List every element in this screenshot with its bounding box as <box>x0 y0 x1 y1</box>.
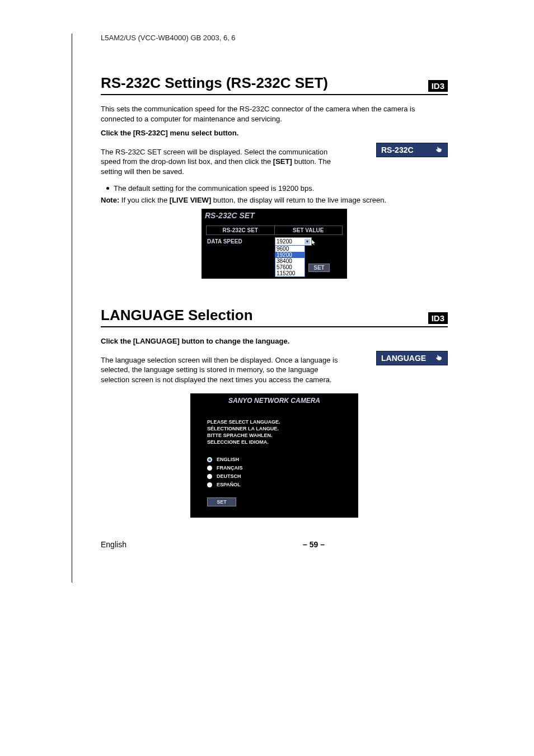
scr1-set-button[interactable]: SET <box>308 264 330 272</box>
id3-badge-2: ID3 <box>428 312 448 324</box>
section1-step: Click the [RS-232C] menu select button. <box>101 128 448 138</box>
page-number: – 59 – <box>303 540 325 549</box>
section1-bullet-row: The default setting for the communicatio… <box>106 184 448 192</box>
section1-title-row: RS-232C Settings (RS-232C SET) ID3 <box>101 74 448 95</box>
opt-9600[interactable]: 9600 <box>275 246 305 252</box>
section2-step: Click the [LANGUAGE] button to change th… <box>101 336 448 346</box>
note-a: If you click the <box>121 196 170 204</box>
radio-icon <box>207 482 212 487</box>
inst-0: PLEASE SELECT LANGUAGE. <box>207 419 347 425</box>
hand-cursor-icon <box>435 354 443 363</box>
data-speed-select[interactable]: 19200 ▾ <box>275 237 312 246</box>
scr1-label: DATA SPEED <box>206 237 275 272</box>
lang-row-deutsch[interactable]: DEUTSCH <box>207 473 347 479</box>
lang-espanol: ESPAÑOL <box>217 482 241 487</box>
opt-19200[interactable]: 19200 <box>275 252 305 258</box>
id3-badge: ID3 <box>428 80 448 92</box>
set-bold: [SET] <box>273 157 292 166</box>
radio-icon <box>207 457 212 462</box>
arrow-cursor-icon <box>311 238 317 246</box>
lang-francais: FRANÇAIS <box>217 465 243 471</box>
scr1-head2: SET VALUE <box>275 226 343 234</box>
footer-language: English <box>101 540 127 549</box>
rs232c-menu-label: RS-232C <box>381 145 414 154</box>
section1-bullet-text: The default setting for the communicatio… <box>114 184 314 192</box>
section2-desc: The language selection screen will then … <box>101 355 341 385</box>
data-speed-options[interactable]: 9600 19200 38400 57600 115200 <box>275 245 305 277</box>
scr2-set-button[interactable]: SET <box>207 497 236 506</box>
opt-38400[interactable]: 38400 <box>275 258 305 264</box>
inst-1: SÉLECTIONNER LA LANGUE. <box>207 426 347 431</box>
page-footer: English – 59 – <box>101 540 325 549</box>
inst-3: SELECCIONE EL IDIOMA. <box>207 439 347 445</box>
vertical-rule <box>72 34 72 583</box>
lang-row-english[interactable]: ENGLISH <box>207 457 347 462</box>
language-menu-label: LANGUAGE <box>381 354 426 363</box>
language-menu-button[interactable]: LANGUAGE <box>376 351 448 365</box>
radio-icon <box>207 474 212 479</box>
lang-english: ENGLISH <box>217 457 239 462</box>
scr1-title: RS-232C SET <box>202 209 347 222</box>
section2-title: LANGUAGE Selection <box>101 307 253 324</box>
opt-115200[interactable]: 115200 <box>275 270 305 276</box>
rs232c-menu-button[interactable]: RS-232C <box>376 143 448 157</box>
doc-header: L5AM2/US (VCC-WB4000) GB 2003, 6, 6 <box>101 34 500 42</box>
data-speed-value: 19200 <box>277 238 292 245</box>
section1-note: Note: If you click the [LIVE VIEW] butto… <box>101 196 448 204</box>
liveview-bold: [LIVE VIEW] <box>170 196 211 204</box>
section1-title: RS-232C Settings (RS-232C SET) <box>101 74 328 92</box>
opt-57600[interactable]: 57600 <box>275 264 305 270</box>
lang-deutsch: DEUTSCH <box>217 473 241 479</box>
lang-row-francais[interactable]: FRANÇAIS <box>207 465 347 471</box>
language-select-screenshot: SANYO NETWORK CAMERA PLEASE SELECT LANGU… <box>190 393 358 518</box>
section1-intro: This sets the communication speed for th… <box>101 104 448 124</box>
section2-title-row: LANGUAGE Selection ID3 <box>101 307 448 327</box>
rs232c-set-screenshot: RS-232C SET RS-232C SET SET VALUE DATA S… <box>202 209 347 279</box>
lang-row-espanol[interactable]: ESPAÑOL <box>207 482 347 487</box>
radio-icon <box>207 466 212 471</box>
section1-desc: The RS-232C SET screen will be displayed… <box>101 147 341 177</box>
hand-cursor-icon <box>435 145 443 154</box>
scr1-head1: RS-232C SET <box>207 226 275 234</box>
note-b: button, the display will return to the l… <box>211 196 386 204</box>
inst-2: BITTE SPRACHE WAHLEN. <box>207 433 347 438</box>
note-label: Note: <box>101 196 119 204</box>
bullet-icon <box>106 187 109 190</box>
scr2-title: SANYO NETWORK CAMERA <box>190 393 358 408</box>
chevron-down-icon: ▾ <box>305 239 310 245</box>
